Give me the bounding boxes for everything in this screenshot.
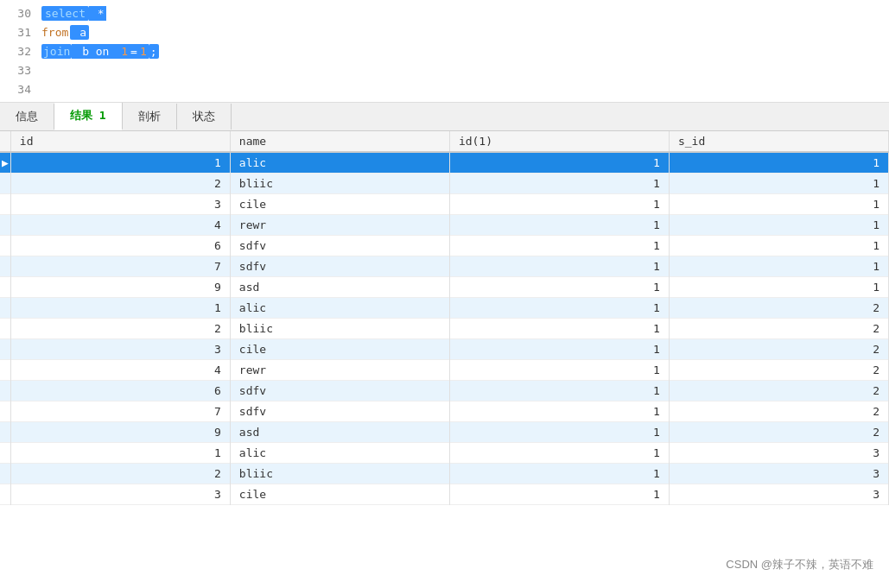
row-pointer	[0, 298, 10, 319]
cell-sid: 1	[669, 194, 888, 215]
table-row[interactable]: 1alic12	[0, 298, 889, 319]
cell-name: cile	[230, 194, 449, 215]
cell-sid: 2	[669, 339, 888, 360]
code-line-34: 34	[0, 79, 889, 98]
row-pointer	[0, 174, 10, 194]
tab-result1[interactable]: 结果 1	[54, 103, 123, 130]
line-content-32: join b on 1=1;	[41, 45, 159, 58]
cell-name: rewr	[230, 360, 449, 381]
cell-id: 4	[10, 360, 230, 381]
cell-name: asd	[230, 422, 449, 443]
table-row[interactable]: 4rewr12	[0, 360, 889, 381]
row-pointer	[0, 339, 10, 360]
table-row[interactable]: 2bliic12	[0, 319, 889, 339]
code-line-31: 31 from a	[0, 22, 889, 41]
col-id: id	[10, 131, 230, 152]
table-row[interactable]: 9asd11	[0, 277, 889, 298]
row-pointer	[0, 277, 10, 298]
cell-name: cile	[230, 339, 449, 360]
cell-id1: 1	[449, 215, 669, 236]
cell-id1: 1	[449, 319, 669, 339]
cell-id: 3	[10, 484, 230, 505]
tab-status[interactable]: 状态	[177, 104, 232, 130]
table-row[interactable]: 6sdfv12	[0, 381, 889, 401]
col-sid: s_id	[669, 131, 888, 152]
cell-name: alic	[230, 298, 449, 319]
row-pointer	[0, 360, 10, 381]
table-row[interactable]: ▶1alic11	[0, 152, 889, 174]
table-row[interactable]: 6sdfv11	[0, 236, 889, 256]
table-header-row: id name id(1) s_id	[0, 131, 889, 152]
tab-info[interactable]: 信息	[0, 104, 54, 130]
cell-sid: 1	[669, 236, 888, 256]
cell-id: 3	[10, 339, 230, 360]
cell-sid: 1	[669, 152, 888, 174]
col-pointer	[0, 131, 10, 152]
cell-id: 9	[10, 422, 230, 443]
code-editor: 30 select * 31 from a 32 join b on 1=1; …	[0, 0, 889, 103]
cell-name: bliic	[230, 174, 449, 194]
cell-id: 6	[10, 381, 230, 401]
cell-sid: 2	[669, 319, 888, 339]
results-table-container: id name id(1) s_id ▶1alic112bliic113cile…	[0, 131, 889, 505]
cell-id: 2	[10, 319, 230, 339]
tabs-bar: 信息 结果 1 剖析 状态	[0, 103, 889, 131]
results-table: id name id(1) s_id ▶1alic112bliic113cile…	[0, 131, 889, 505]
cell-sid: 3	[669, 443, 888, 464]
row-pointer	[0, 194, 10, 215]
cell-id1: 1	[449, 194, 669, 215]
table-row[interactable]: 7sdfv11	[0, 256, 889, 277]
cell-id: 6	[10, 236, 230, 256]
row-pointer	[0, 464, 10, 484]
code-line-32: 32 join b on 1=1;	[0, 41, 889, 60]
code-line-30: 30 select *	[0, 3, 889, 22]
table-row[interactable]: 7sdfv12	[0, 401, 889, 422]
line-content-30: select *	[41, 7, 106, 20]
cell-id: 9	[10, 277, 230, 298]
cell-id: 1	[10, 152, 230, 174]
cell-id1: 1	[449, 174, 669, 194]
cell-id1: 1	[449, 422, 669, 443]
table-row[interactable]: 2bliic11	[0, 174, 889, 194]
table-row[interactable]: 3cile12	[0, 339, 889, 360]
cell-id: 3	[10, 194, 230, 215]
cell-sid: 1	[669, 277, 888, 298]
cell-id1: 1	[449, 236, 669, 256]
row-pointer	[0, 215, 10, 236]
cell-name: alic	[230, 152, 449, 174]
cell-sid: 2	[669, 422, 888, 443]
cell-sid: 1	[669, 215, 888, 236]
cell-name: rewr	[230, 215, 449, 236]
line-number-31: 31	[3, 26, 31, 39]
cell-sid: 2	[669, 360, 888, 381]
table-row[interactable]: 3cile11	[0, 194, 889, 215]
table-row[interactable]: 9asd12	[0, 422, 889, 443]
table-body: ▶1alic112bliic113cile114rewr116sdfv117sd…	[0, 152, 889, 505]
cell-name: sdfv	[230, 236, 449, 256]
cell-id1: 1	[449, 277, 669, 298]
cell-name: sdfv	[230, 256, 449, 277]
cell-sid: 2	[669, 298, 888, 319]
cell-sid: 3	[669, 464, 888, 484]
row-pointer	[0, 484, 10, 505]
cell-name: sdfv	[230, 381, 449, 401]
tab-analyze[interactable]: 剖析	[123, 104, 177, 130]
table-row[interactable]: 1alic13	[0, 443, 889, 464]
table-row[interactable]: 4rewr11	[0, 215, 889, 236]
table-row[interactable]: 2bliic13	[0, 464, 889, 484]
cell-id1: 1	[449, 401, 669, 422]
col-name: name	[230, 131, 449, 152]
cell-id1: 1	[449, 381, 669, 401]
row-pointer	[0, 401, 10, 422]
cell-id1: 1	[449, 339, 669, 360]
cell-id: 1	[10, 298, 230, 319]
row-pointer	[0, 381, 10, 401]
row-pointer	[0, 236, 10, 256]
line-number-30: 30	[3, 7, 31, 20]
cell-id: 2	[10, 464, 230, 484]
table-row[interactable]: 3cile13	[0, 484, 889, 505]
cell-id1: 1	[449, 484, 669, 505]
cell-id1: 1	[449, 256, 669, 277]
cell-name: bliic	[230, 319, 449, 339]
cell-id1: 1	[449, 464, 669, 484]
